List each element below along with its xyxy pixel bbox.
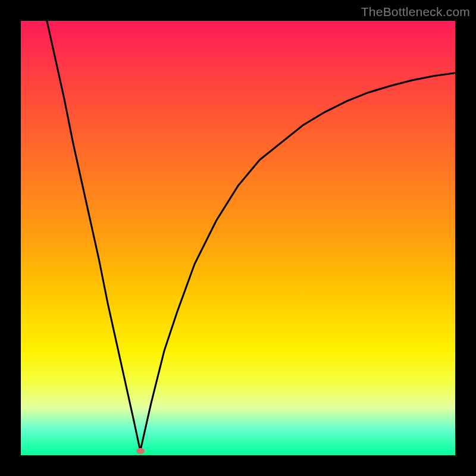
plot-area (21, 21, 455, 455)
minimum-marker-dot (136, 448, 145, 454)
chart-frame: TheBottleneck.com (0, 0, 476, 476)
curve-svg (21, 21, 455, 455)
watermark-text: TheBottleneck.com (361, 5, 470, 19)
curve-left-branch (47, 21, 140, 451)
curve-right-branch (140, 73, 455, 451)
